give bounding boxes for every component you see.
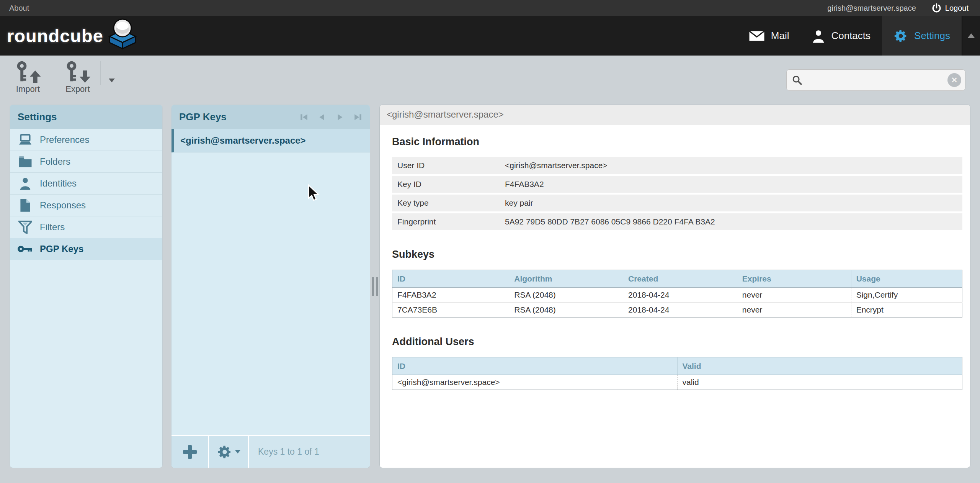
sidebar-title-label: Settings: [18, 111, 57, 123]
taskbar-contacts-label: Contacts: [831, 30, 871, 42]
gear-icon: [217, 444, 232, 460]
toolbar-separator: [100, 61, 101, 85]
key-details-panel: <girish@smartserver.space> Basic Informa…: [379, 105, 970, 468]
app-header: roundcube Mail Contacts Settings: [0, 16, 980, 56]
table-cell: RSA (2048): [509, 303, 623, 318]
folder-icon: [17, 154, 34, 169]
person-icon: [17, 176, 34, 191]
chevron-down-icon: [235, 450, 240, 454]
table-cell: Sign,Certify: [851, 288, 962, 303]
key-details-header-label: <girish@smartserver.space>: [387, 109, 504, 120]
chevron-up-icon: [967, 33, 975, 38]
arrow-down-icon: [79, 70, 91, 83]
column-header: Algorithm: [509, 270, 623, 288]
table-cell: Encrypt: [851, 303, 962, 318]
taskbar-mail-button[interactable]: Mail: [737, 16, 801, 56]
mail-icon: [749, 30, 765, 42]
about-link[interactable]: About: [9, 4, 29, 12]
key-export-icon: [65, 61, 78, 83]
info-row: Key IDF4FAB3A2: [392, 176, 962, 193]
pgp-keys-panel-header: PGP Keys: [172, 105, 370, 129]
next-page-icon[interactable]: [336, 113, 344, 121]
sidebar-item-pgp-keys[interactable]: PGP Keys: [10, 238, 162, 260]
column-header: Created: [623, 270, 737, 288]
table-cell: valid: [677, 375, 962, 390]
table-row: <girish@smartserver.space>valid: [392, 375, 962, 390]
plus-icon: [183, 445, 197, 459]
info-row: User ID<girish@smartserver.space>: [392, 157, 962, 174]
gear-icon: [893, 29, 908, 43]
table-cell: RSA (2048): [509, 288, 623, 303]
document-icon: [17, 198, 34, 213]
last-page-icon[interactable]: [354, 113, 362, 121]
sidebar-item-label: Folders: [40, 156, 70, 167]
splitter-grip-icon: [372, 277, 378, 296]
info-row: Key typekey pair: [392, 195, 962, 211]
contacts-icon: [812, 29, 825, 43]
sidebar-item-label: Filters: [40, 222, 65, 232]
top-bar: About girish@smartserver.space Logout: [0, 0, 980, 16]
column-header: Valid: [677, 357, 962, 375]
logout-button[interactable]: Logout: [931, 3, 969, 13]
sidebar-item-label: Identities: [40, 178, 77, 189]
panel-splitter[interactable]: [371, 105, 379, 468]
roundcube-settings-page: About girish@smartserver.space Logout ro…: [0, 0, 980, 483]
taskbar-contacts-button[interactable]: Contacts: [800, 16, 882, 56]
search-box: ✕: [786, 69, 965, 91]
arrow-up-icon: [29, 70, 41, 83]
cube-logo-icon: [106, 16, 139, 50]
pgp-key-list-item[interactable]: <girish@smartserver.space>: [172, 129, 370, 152]
additional-users-rows: <girish@smartserver.space>valid: [392, 375, 962, 390]
export-options-dropdown[interactable]: [106, 75, 117, 86]
pgp-keys-list-panel: PGP Keys <girish@smartserver.space> Keys…: [171, 105, 370, 468]
import-button[interactable]: Import: [7, 61, 49, 94]
info-label: Key type: [392, 198, 505, 208]
add-key-button[interactable]: [172, 436, 209, 468]
sidebar-item-label: Preferences: [40, 134, 89, 145]
previous-page-icon[interactable]: [318, 113, 326, 121]
table-cell: 2018-04-24: [623, 303, 737, 318]
info-value: key pair: [505, 198, 533, 208]
list-pagination: [300, 113, 362, 121]
list-options-button[interactable]: [209, 436, 249, 468]
sidebar-item-folders[interactable]: Folders: [10, 151, 162, 173]
info-value: <girish@smartserver.space>: [505, 161, 608, 170]
roundcube-logo: roundcube: [7, 16, 139, 56]
collapse-taskbar-button[interactable]: [962, 16, 980, 56]
filter-icon: [17, 219, 34, 235]
info-label: Fingerprint: [392, 217, 505, 226]
first-page-icon[interactable]: [300, 113, 308, 121]
sidebar-item-responses[interactable]: Responses: [10, 195, 162, 216]
sidebar-item-filters[interactable]: Filters: [10, 216, 162, 238]
sidebar-item-identities[interactable]: Identities: [10, 173, 162, 195]
info-label: User ID: [392, 161, 505, 170]
settings-sidebar-panel: Settings Preferences Folders Identities …: [10, 105, 163, 468]
table-cell: never: [737, 288, 851, 303]
additional-users-header-row: IDValid: [392, 357, 962, 375]
info-value: 5A92 79D5 80DD 7B27 6086 05C9 9866 D220 …: [505, 217, 715, 226]
taskbar: Mail Contacts Settings: [737, 16, 980, 56]
sidebar-item-preferences[interactable]: Preferences: [10, 129, 162, 151]
search-input[interactable]: [806, 75, 947, 85]
list-footer: Keys 1 to 1 of 1: [172, 435, 370, 468]
basic-information-list: User ID<girish@smartserver.space>Key IDF…: [392, 157, 962, 230]
table-cell: 2018-04-24: [623, 288, 737, 303]
additional-users-heading: Additional Users: [392, 336, 962, 348]
table-row: 7CA73E6BRSA (2048)2018-04-24neverEncrypt: [392, 303, 962, 318]
close-icon: ✕: [951, 75, 958, 85]
export-button[interactable]: Export: [57, 61, 99, 94]
table-cell: 7CA73E6B: [392, 303, 509, 318]
taskbar-settings-button[interactable]: Settings: [882, 16, 962, 56]
subkeys-header-row: IDAlgorithmCreatedExpiresUsage: [392, 270, 962, 288]
import-label: Import: [16, 84, 40, 94]
keys-count-label: Keys 1 to 1 of 1: [258, 447, 319, 457]
logged-in-user: girish@smartserver.space: [827, 4, 916, 13]
laptop-icon: [17, 132, 34, 147]
column-header: ID: [392, 357, 678, 375]
clear-search-button[interactable]: ✕: [947, 73, 961, 87]
table-row: F4FAB3A2RSA (2048)2018-04-24neverSign,Ce…: [392, 288, 962, 303]
key-details-header: <girish@smartserver.space>: [380, 105, 970, 124]
taskbar-mail-label: Mail: [771, 30, 789, 42]
export-label: Export: [65, 84, 90, 94]
column-header: Expires: [737, 270, 851, 288]
